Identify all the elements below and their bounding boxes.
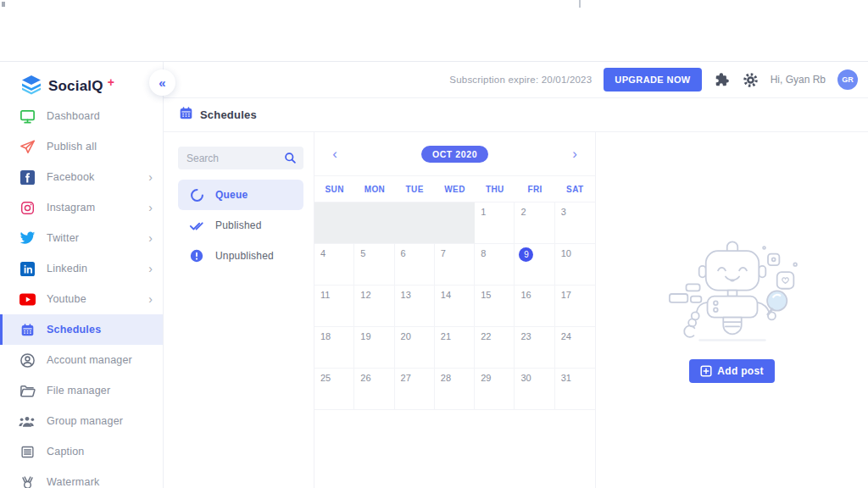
month-label-pill[interactable]: OCT 2020 <box>421 146 488 163</box>
sidebar: SocialQ + DashboardPublish allFacebook›I… <box>0 62 164 488</box>
screen-artifact <box>2 2 5 7</box>
date-number: 14 <box>441 290 451 300</box>
date-number: 27 <box>401 373 411 383</box>
filter-queue[interactable]: Queue <box>178 180 303 210</box>
calendar-day-headers: SUNMONTUEWEDTHUFRISAT <box>314 176 595 202</box>
calendar-grid: 1234567891011121314151617181920212223242… <box>314 202 595 410</box>
calendar-cell-3[interactable]: 3 <box>555 202 595 244</box>
sidebar-item-label: File manager <box>47 385 110 396</box>
date-number: 21 <box>441 331 451 341</box>
sidebar-item-label: Twitter <box>47 232 79 244</box>
search-box <box>178 147 303 169</box>
calendar-cell-18[interactable]: 18 <box>314 327 354 369</box>
integrations-puzzle-icon[interactable] <box>714 71 731 88</box>
date-number: 23 <box>520 331 531 341</box>
screen-artifact <box>579 0 581 8</box>
calendar-cell-30[interactable]: 30 <box>515 369 554 410</box>
calendar-cell-5[interactable]: 5 <box>354 244 394 286</box>
schedules-calendar-icon <box>179 106 193 124</box>
calendar-cell-16[interactable]: 16 <box>515 286 554 327</box>
instagram-icon <box>19 201 36 215</box>
brand-name: SocialQ <box>48 78 103 95</box>
sidebar-item-linkedin[interactable]: Linkedin› <box>0 253 163 284</box>
sidebar-item-group-manager[interactable]: Group manager <box>0 406 163 436</box>
calendar-cell-14[interactable]: 14 <box>435 286 475 327</box>
date-number: 6 <box>401 248 406 258</box>
add-post-icon <box>700 365 712 377</box>
date-number: 5 <box>360 248 365 258</box>
group-icon <box>19 415 36 428</box>
date-number: 3 <box>561 207 566 217</box>
sidebar-item-twitter[interactable]: Twitter› <box>0 223 163 253</box>
calendar-cell-17[interactable]: 17 <box>555 286 595 327</box>
socialq-logo-icon <box>20 75 42 98</box>
calendar-cell-10[interactable]: 10 <box>555 244 595 286</box>
robot-illustration <box>660 237 804 354</box>
calendar-cell-31[interactable]: 31 <box>555 369 595 410</box>
sidebar-item-watermark[interactable]: Watermark <box>0 467 163 488</box>
search-icon[interactable] <box>284 152 297 168</box>
date-number: 8 <box>481 248 486 258</box>
date-number: 29 <box>481 373 491 383</box>
sidebar-item-dashboard[interactable]: Dashboard <box>0 101 163 131</box>
calendar-cell-12[interactable]: 12 <box>354 286 394 327</box>
user-avatar[interactable]: GR <box>837 69 858 90</box>
calendar-cell-27[interactable]: 27 <box>395 369 435 410</box>
chevron-right-icon: › <box>148 171 153 183</box>
sidebar-item-caption[interactable]: Caption <box>0 436 163 467</box>
selected-date: 9 <box>519 247 533 262</box>
calendar-icon <box>19 323 36 337</box>
sidebar-item-account-manager[interactable]: Account manager <box>0 345 163 375</box>
sidebar-item-publish-all[interactable]: Publish all <box>0 131 163 162</box>
calendar-cell-19[interactable]: 19 <box>354 327 394 369</box>
date-number: 17 <box>561 290 571 300</box>
next-month-icon[interactable]: › <box>569 147 581 161</box>
filter-unpublished[interactable]: Unpublished <box>178 241 303 271</box>
date-number: 15 <box>481 290 491 300</box>
sidebar-item-label: Group manager <box>47 415 123 427</box>
sidebar-item-facebook[interactable]: Facebook› <box>0 162 163 192</box>
prev-month-icon[interactable]: ‹ <box>329 147 341 161</box>
app-window: SocialQ + DashboardPublish allFacebook›I… <box>0 61 868 488</box>
day-header-sun: SUN <box>314 185 354 194</box>
date-number: 4 <box>320 248 326 258</box>
settings-gear-icon[interactable] <box>743 72 759 88</box>
add-post-button[interactable]: Add post <box>689 359 774 383</box>
calendar-cell-23[interactable]: 23 <box>515 327 554 369</box>
calendar-cell-20[interactable]: 20 <box>395 327 435 369</box>
sidebar-collapse-button[interactable]: « <box>149 69 175 96</box>
caption-icon <box>19 445 36 459</box>
filter-published[interactable]: Published <box>178 210 303 241</box>
calendar-cell-6[interactable]: 6 <box>395 244 435 286</box>
calendar-cell-21[interactable]: 21 <box>435 327 475 369</box>
calendar-cell-24[interactable]: 24 <box>555 327 595 369</box>
sidebar-item-youtube[interactable]: Youtube› <box>0 284 163 314</box>
sidebar-item-instagram[interactable]: Instagram› <box>0 192 163 223</box>
calendar-cell-22[interactable]: 22 <box>475 327 515 369</box>
calendar-cell-2[interactable]: 2 <box>515 202 554 244</box>
sidebar-item-schedules[interactable]: Schedules <box>0 314 163 345</box>
day-header-fri: FRI <box>515 185 554 194</box>
collapse-icon: « <box>159 75 165 90</box>
calendar-cell-26[interactable]: 26 <box>354 369 394 410</box>
calendar-cell-8[interactable]: 8 <box>475 244 515 286</box>
calendar-cell-1[interactable]: 1 <box>475 202 515 244</box>
subscription-expiry-text: Subscription expire: 20/01/2023 <box>449 75 592 85</box>
sidebar-nav: DashboardPublish allFacebook›Instagram›T… <box>0 101 163 488</box>
sidebar-item-label: Dashboard <box>47 110 100 122</box>
calendar-cell-29[interactable]: 29 <box>475 369 515 410</box>
calendar-cell-15[interactable]: 15 <box>475 286 515 327</box>
sidebar-item-file-manager[interactable]: File manager <box>0 375 163 406</box>
calendar-cell-9[interactable]: 9 <box>515 244 554 286</box>
calendar-cell-13[interactable]: 13 <box>395 286 435 327</box>
day-header-thu: THU <box>475 185 515 194</box>
date-number: 11 <box>320 290 330 300</box>
upgrade-now-button[interactable]: UPGRADE NOW <box>604 68 701 92</box>
queue-icon <box>189 188 204 202</box>
calendar-cell-25[interactable]: 25 <box>314 369 354 410</box>
calendar-cell-11[interactable]: 11 <box>314 286 354 327</box>
calendar-cell-4[interactable]: 4 <box>314 244 354 286</box>
brand-logo[interactable]: SocialQ + <box>0 62 163 100</box>
calendar-cell-7[interactable]: 7 <box>435 244 475 286</box>
calendar-cell-28[interactable]: 28 <box>435 369 475 410</box>
